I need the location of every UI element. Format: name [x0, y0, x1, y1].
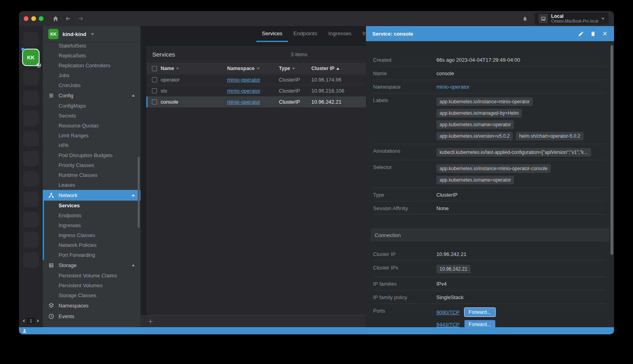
sidebar-item-replicasets[interactable]: ReplicaSets [43, 51, 140, 61]
sidebar-item-jobs[interactable]: Jobs [43, 70, 140, 80]
sidebar-item-secrets[interactable]: Secrets [43, 111, 140, 121]
namespace-link[interactable]: minio-operator [227, 77, 260, 83]
sidebar-item-persistent-volumes[interactable]: Persistent Volumes [43, 281, 140, 290]
rail-placeholder-item[interactable] [23, 212, 39, 228]
sidebar-section-storage[interactable]: Storage [43, 260, 140, 271]
selector-chip: app.kubernetes.io/name=operator [436, 176, 514, 184]
user-icon[interactable] [22, 328, 27, 333]
sidebar-item-statefulsets[interactable]: StatefulSets [43, 42, 140, 51]
namespace-link[interactable]: minio-operator [227, 88, 260, 94]
sidebar-item-services[interactable]: Services [44, 201, 140, 210]
rail-cluster-kind-kind[interactable]: KK [22, 49, 40, 66]
rail-placeholder-item[interactable] [23, 110, 39, 126]
environment-name: Local [551, 14, 598, 19]
sort-caret-icon [292, 68, 295, 70]
sidebar-item-configmaps[interactable]: ConfigMaps [43, 101, 140, 111]
home-icon[interactable] [52, 15, 59, 22]
sidebar-item-limit-ranges[interactable]: Limit Ranges [43, 131, 140, 140]
forward-port-button[interactable]: Forward... [464, 308, 495, 317]
rail-placeholder-item[interactable] [23, 171, 39, 187]
sort-caret-ascending-icon [336, 68, 339, 70]
sidebar-nav: StatefulSets ReplicaSets Replication Con… [43, 42, 140, 327]
rail-placeholder-item[interactable] [23, 252, 39, 268]
column-header-name[interactable]: Name [161, 66, 227, 71]
back-icon[interactable] [64, 15, 72, 22]
network-hub-icon [47, 192, 55, 198]
sidebar-item-hpa[interactable]: HPA [43, 140, 140, 150]
namespace-link[interactable]: minio-operator [227, 99, 260, 105]
environment-selector[interactable]: Local Cesars-MacBook-Pro.local [534, 13, 608, 25]
tab-ingresses[interactable]: Ingresses [323, 26, 357, 42]
sidebar-section-label: Events [59, 313, 74, 319]
sort-caret-icon [257, 68, 260, 70]
close-icon[interactable] [602, 31, 608, 36]
window-controls [24, 16, 44, 21]
sidebar-item-events[interactable]: Events [43, 311, 140, 322]
column-header-type[interactable]: Type [279, 66, 311, 71]
sidebar-item-endpoints[interactable]: Endpoints [44, 210, 140, 220]
sidebar-item-runtime-classes[interactable]: Runtime Classes [43, 170, 140, 180]
delete-trash-icon[interactable] [590, 31, 596, 37]
sidebar-item-port-forwarding[interactable]: Port Forwarding [44, 250, 140, 260]
namespace-link[interactable]: minio-operator [436, 84, 470, 90]
sidebar-item-namespaces[interactable]: Namespaces [43, 300, 140, 311]
minimize-window-button[interactable] [31, 16, 36, 21]
tab-services[interactable]: Services [256, 26, 288, 42]
sidebar-item-priority-classes[interactable]: Priority Classes [43, 160, 140, 170]
rail-placeholder-item[interactable] [23, 70, 39, 86]
notifications-bell-icon[interactable] [522, 15, 528, 22]
port-link-9443[interactable]: 9443/TCP [436, 322, 460, 328]
sidebar-item-persistent-volume-claims[interactable]: Persistent Volume Claims [43, 271, 140, 281]
close-window-button[interactable] [24, 16, 28, 21]
sidebar-scrollbar[interactable] [138, 157, 140, 228]
sidebar-item-leases[interactable]: Leases [43, 180, 140, 190]
field-label-labels: Labels [373, 97, 436, 140]
sidebar-item-replication-controllers[interactable]: Replication Controllers [43, 61, 140, 70]
sidebar-item-pod-disruption-budgets[interactable]: Pod Disruption Budgets [43, 150, 140, 160]
add-tab-icon[interactable] [148, 318, 154, 324]
row-checkbox[interactable] [152, 99, 157, 104]
rail-placeholder-item[interactable] [23, 32, 39, 47]
sidebar-item-ingress-classes[interactable]: Ingress Classes [44, 230, 140, 240]
annotation-chip: kubectl.kubernetes.io/last-applied-confi… [436, 148, 591, 157]
panel-title: Service: console [372, 31, 413, 37]
column-header-namespace[interactable]: Namespace [227, 66, 279, 71]
field-value-created: 66s ago 2023-04-04T17:29:49-04:00 [436, 56, 607, 63]
rail-placeholder-item[interactable] [23, 191, 39, 207]
rail-placeholder-item[interactable] [23, 151, 39, 167]
sidebar-section-config[interactable]: Config [43, 90, 140, 101]
title-bar: Local Cesars-MacBook-Pro.local [19, 11, 614, 26]
select-all-checkbox[interactable] [152, 66, 157, 71]
field-label-ports: Ports [373, 307, 436, 327]
service-type: ClusterIP [279, 88, 311, 94]
tab-endpoints[interactable]: Endpoints [288, 26, 323, 42]
row-checkbox[interactable] [152, 88, 157, 93]
rail-placeholder-item[interactable] [23, 131, 39, 146]
page-previous-icon[interactable] [23, 319, 25, 322]
rail-placeholder-item[interactable] [23, 232, 39, 248]
cluster-switcher[interactable]: KK kind-kind [43, 26, 140, 42]
row-checkbox[interactable] [152, 77, 157, 82]
cluster-badge: KK [48, 29, 59, 39]
forward-icon[interactable] [77, 15, 84, 22]
page-next-icon[interactable] [37, 319, 39, 322]
field-label-session-affinity: Session Affinity [373, 205, 436, 211]
edit-pencil-icon[interactable] [578, 31, 584, 37]
rail-placeholder-item[interactable] [23, 90, 39, 106]
sidebar-item-network-policies[interactable]: Network Policies [44, 240, 140, 250]
sidebar-item-storage-classes[interactable]: Storage Classes [43, 290, 140, 300]
zoom-window-button[interactable] [39, 16, 44, 21]
port-link-9090[interactable]: 9090/TCP [436, 309, 460, 315]
sidebar-item-resource-quotas[interactable]: Resource Quotas [43, 121, 140, 131]
field-label-annotations: Annotations [373, 147, 436, 157]
sidebar-section-network[interactable]: Network [43, 190, 140, 201]
service-detail-panel: Service: console Created 66s ago [366, 26, 614, 327]
forward-port-button[interactable]: Forward... [464, 320, 495, 327]
cluster-ip-chip: 10.96.242.21 [436, 265, 470, 273]
chevron-up-icon [132, 194, 135, 196]
panel-scrollbar[interactable] [610, 45, 613, 255]
sidebar-item-ingresses[interactable]: Ingresses [44, 220, 140, 230]
field-value-session-affinity: None [436, 205, 607, 211]
sidebar-item-cronjobs[interactable]: CronJobs [43, 80, 140, 90]
sidebar-section-label: Network [59, 192, 78, 198]
